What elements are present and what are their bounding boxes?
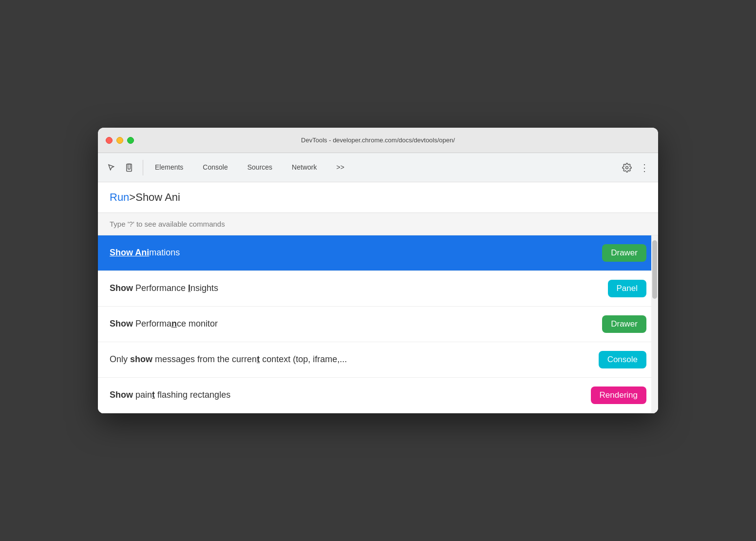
- maximize-button[interactable]: [127, 137, 134, 144]
- toolbar-tabs: Elements Console Sources Network >>: [145, 153, 619, 182]
- titlebar: DevTools - developer.chrome.com/docs/dev…: [98, 128, 658, 153]
- window-title: DevTools - developer.chrome.com/docs/dev…: [301, 136, 455, 144]
- devtools-toolbar: Elements Console Sources Network >>: [98, 153, 658, 182]
- command-input-text: >Show Ani: [129, 191, 180, 204]
- badge-console: Console: [599, 351, 646, 368]
- result-text-paint-flashing: Show paint flashing rectangles: [110, 389, 230, 401]
- result-text-messages-context: Only show messages from the current cont…: [110, 353, 347, 366]
- result-show-messages-context[interactable]: Only show messages from the current cont…: [98, 342, 658, 378]
- tab-elements[interactable]: Elements: [145, 153, 193, 182]
- svg-rect-0: [127, 164, 132, 171]
- minimize-button[interactable]: [116, 137, 123, 144]
- results-list: Show Animations Drawer Show Performance …: [98, 235, 658, 413]
- svg-rect-1: [128, 164, 131, 169]
- command-hint: Type '?' to see available commands: [98, 213, 658, 235]
- toolbar-icon-group: [104, 160, 143, 175]
- result-show-performance-insights[interactable]: Show Performance Insights Panel: [98, 271, 658, 307]
- svg-point-2: [626, 166, 628, 169]
- result-show-paint-flashing[interactable]: Show paint flashing rectangles Rendering: [98, 378, 658, 413]
- tab-sources[interactable]: Sources: [238, 153, 282, 182]
- result-text-performance-insights: Show Performance Insights: [110, 282, 218, 294]
- device-icon[interactable]: [121, 160, 137, 175]
- badge-rendering: Rendering: [591, 386, 646, 404]
- highlight-show-ani: Show Ani: [110, 248, 149, 257]
- result-show-animations[interactable]: Show Animations Drawer: [98, 235, 658, 271]
- scrollbar-thumb[interactable]: [652, 240, 657, 299]
- vertical-scrollbar[interactable]: [651, 235, 658, 413]
- close-button[interactable]: [106, 137, 113, 144]
- badge-panel: Panel: [608, 280, 646, 297]
- toolbar-actions: ⋮: [619, 160, 652, 175]
- run-label: Run: [110, 191, 129, 204]
- window-controls: [106, 137, 134, 144]
- tab-console[interactable]: Console: [193, 153, 237, 182]
- badge-drawer-1: Drawer: [602, 244, 646, 262]
- result-text-show-animations: Show Animations: [110, 247, 180, 259]
- result-show-performance-monitor[interactable]: Show Performance monitor Drawer: [98, 307, 658, 342]
- tab-more[interactable]: >>: [326, 153, 354, 182]
- more-options-button[interactable]: ⋮: [637, 160, 652, 175]
- devtools-window: DevTools - developer.chrome.com/docs/dev…: [98, 128, 658, 413]
- settings-button[interactable]: [619, 160, 635, 175]
- devtools-body: Run >Show Ani Type '?' to see available …: [98, 182, 658, 413]
- command-bar[interactable]: Run >Show Ani: [98, 182, 658, 213]
- tab-network[interactable]: Network: [282, 153, 326, 182]
- badge-drawer-2: Drawer: [602, 315, 646, 333]
- result-text-performance-monitor: Show Performance monitor: [110, 318, 218, 330]
- inspect-icon[interactable]: [104, 160, 119, 175]
- results-area: Show Animations Drawer Show Performance …: [98, 235, 658, 413]
